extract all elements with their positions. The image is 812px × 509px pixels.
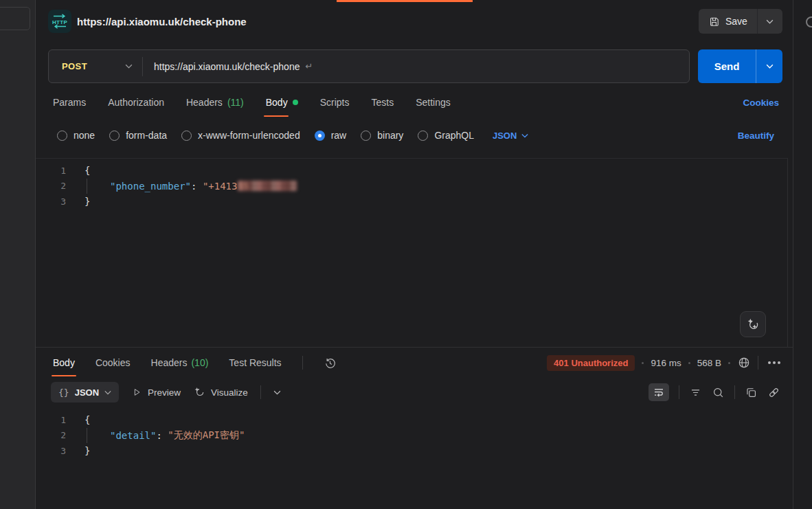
response-body-editor[interactable]: 1 { 2 "detail": "无效的API密钥" 3 } — [36, 407, 793, 459]
code-line: 1 { — [36, 163, 787, 179]
save-button-main[interactable]: Save — [699, 9, 757, 34]
partial-rail-icon — [806, 16, 812, 27]
response-format-select[interactable]: {} JSON — [51, 382, 119, 403]
response-tab-test-results[interactable]: Test Results — [229, 348, 281, 378]
code-close-brace: } — [84, 445, 90, 456]
tab-settings[interactable]: Settings — [416, 85, 451, 120]
json-value: "无效的API密钥" — [168, 429, 245, 442]
beautify-link[interactable]: Beautify — [738, 131, 774, 141]
indent-guide — [87, 179, 110, 194]
code-line: 3 } — [36, 443, 793, 459]
chevron-down-icon — [521, 133, 528, 138]
preview-label: Preview — [148, 387, 181, 398]
line-number: 1 — [36, 415, 66, 425]
send-dropdown-button[interactable] — [756, 49, 782, 83]
radio-raw[interactable]: raw — [315, 130, 347, 141]
visualize-sparkle-icon — [193, 386, 205, 398]
indent-guide — [87, 428, 110, 444]
active-tab-underline — [264, 115, 289, 117]
postbot-sparkle-icon — [745, 317, 760, 332]
url-input[interactable]: https://api.xiaomu.uk/check-phone — [154, 61, 300, 72]
response-history-button[interactable] — [324, 357, 337, 370]
response-toolbar: {} JSON Preview Visualize — [36, 378, 793, 407]
radio-binary[interactable]: binary — [361, 130, 403, 141]
chevron-down-icon[interactable] — [273, 390, 281, 395]
wrap-text-button[interactable] — [649, 383, 669, 401]
cookies-link[interactable]: Cookies — [743, 85, 779, 120]
radio-circle-selected[interactable] — [315, 131, 325, 141]
more-options-button[interactable] — [765, 359, 783, 367]
wrap-text-icon — [653, 386, 665, 398]
copy-button[interactable] — [745, 386, 758, 399]
radio-circle[interactable] — [361, 131, 371, 141]
radio-graphql[interactable]: GraphQL — [418, 130, 474, 141]
visualize-button[interactable]: Visualize — [193, 386, 248, 398]
tab-scripts[interactable]: Scripts — [320, 85, 350, 120]
tab-settings-label: Settings — [416, 97, 451, 108]
line-number: 3 — [36, 446, 66, 456]
radio-circle[interactable] — [57, 131, 67, 141]
divider — [734, 385, 735, 399]
response-meta: 401 Unauthorized 916 ms 568 B — [547, 348, 783, 378]
tab-params[interactable]: Params — [53, 85, 86, 120]
chevron-down-icon — [766, 64, 774, 69]
copy-icon — [745, 386, 758, 399]
radio-x-www-form-urlencoded[interactable]: x-www-form-urlencoded — [181, 130, 300, 141]
braces-icon: {} — [58, 387, 69, 398]
response-size[interactable]: 568 B — [697, 358, 721, 368]
send-label[interactable]: Send — [698, 60, 756, 72]
request-url-bar[interactable]: POST https://api.xiaomu.uk/check-phone ↵ — [48, 49, 690, 83]
preview-button[interactable]: Preview — [131, 387, 181, 398]
radio-form-data[interactable]: form-data — [109, 130, 167, 141]
response-tab-test-results-label: Test Results — [229, 357, 281, 368]
json-colon: : — [156, 430, 161, 441]
radio-circle[interactable] — [418, 131, 428, 141]
request-title: https://api.xiaomu.uk/check-phone — [77, 0, 247, 43]
sidebar-collapsed-stub — [0, 7, 30, 30]
status-badge[interactable]: 401 Unauthorized — [547, 355, 635, 371]
divider — [302, 356, 303, 370]
method-select[interactable]: POST — [49, 61, 115, 71]
request-url-row: POST https://api.xiaomu.uk/check-phone ↵… — [36, 43, 793, 84]
filter-button[interactable] — [689, 386, 702, 399]
filter-icon — [689, 386, 702, 399]
tab-authorization-label: Authorization — [108, 97, 164, 108]
radio-none[interactable]: none — [57, 130, 95, 141]
tab-params-label: Params — [53, 97, 86, 108]
postbot-button[interactable] — [740, 311, 766, 337]
raw-format-select[interactable]: JSON — [493, 131, 528, 141]
radio-binary-label: binary — [377, 130, 403, 141]
response-time[interactable]: 916 ms — [651, 358, 681, 368]
history-clock-icon — [324, 357, 337, 370]
json-value: "+1413 — [203, 181, 238, 192]
tab-headers[interactable]: Headers (11) — [186, 85, 244, 120]
tab-body[interactable]: Body — [266, 85, 298, 120]
globe-icon[interactable] — [737, 356, 751, 370]
save-dropdown-button[interactable] — [758, 9, 782, 34]
response-toolbar-right — [649, 378, 780, 407]
response-section: Body Cookies Headers (10) Test Results 4… — [36, 347, 793, 509]
redacted-phone-value: 55 — [238, 181, 297, 191]
link-button[interactable] — [767, 386, 780, 399]
play-icon — [131, 387, 142, 398]
radio-form-data-label: form-data — [126, 130, 167, 141]
response-tab-headers[interactable]: Headers (10) — [151, 348, 209, 378]
code-line: 1 { — [36, 412, 793, 428]
request-body-editor[interactable]: 1 { 2 "phone_number": "+141355 3 } — [36, 158, 788, 347]
separator-dot — [642, 362, 644, 364]
tab-body-label: Body — [266, 97, 288, 108]
method-select-caret[interactable] — [115, 64, 142, 69]
response-tab-body-label: Body — [53, 357, 75, 368]
response-tab-body[interactable]: Body — [53, 348, 75, 378]
radio-circle[interactable] — [181, 131, 192, 141]
tab-authorization[interactable]: Authorization — [108, 85, 164, 120]
left-sidebar-rail — [0, 0, 36, 509]
body-modified-dot — [293, 100, 298, 105]
response-tab-cookies[interactable]: Cookies — [95, 348, 131, 378]
radio-circle[interactable] — [109, 131, 120, 141]
send-button[interactable]: Send — [698, 49, 782, 83]
save-button[interactable]: Save — [699, 9, 782, 34]
radio-raw-label: raw — [331, 130, 347, 141]
tab-tests[interactable]: Tests — [371, 85, 394, 120]
search-button[interactable] — [712, 386, 725, 399]
